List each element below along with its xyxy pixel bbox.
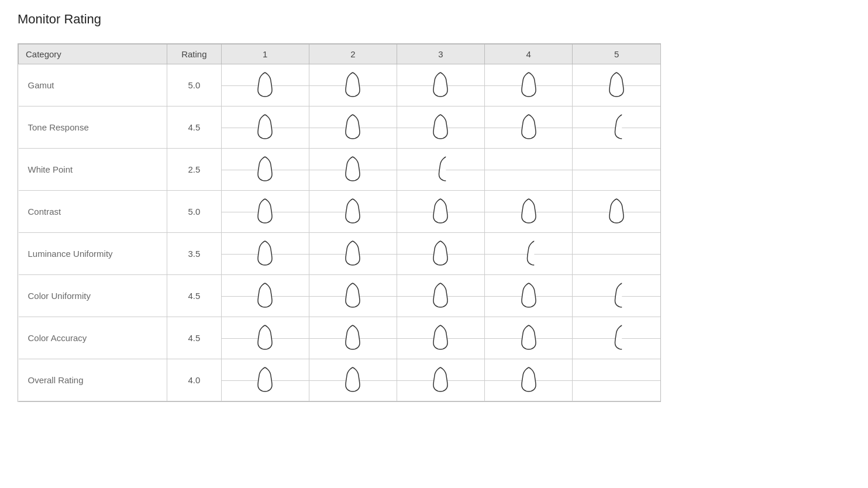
table-header-row: Category Rating 1 2 3 4 5 — [19, 44, 661, 64]
icon-cell-3 — [397, 275, 484, 317]
pear-icon-full — [605, 70, 628, 100]
category-cell: Contrast — [19, 191, 167, 233]
pear-icon-full — [518, 323, 540, 353]
pear-icon-full — [342, 112, 364, 142]
pear-icon-full — [429, 70, 452, 100]
pear-icon-full — [342, 365, 364, 395]
table-row: Contrast 5.0 — [19, 191, 661, 233]
header-category: Category — [19, 44, 167, 64]
pear-icon-full — [342, 239, 364, 269]
icon-cell-1 — [221, 275, 309, 317]
category-cell: Color Uniformity — [19, 275, 167, 317]
pear-icon-half — [610, 281, 623, 311]
header-rating: Rating — [167, 44, 221, 64]
pear-icon-full — [254, 239, 276, 269]
icon-cell-5 — [573, 233, 660, 275]
table-row: White Point 2.5 — [19, 149, 661, 191]
rating-cell: 5.0 — [167, 64, 221, 106]
table-row: Luminance Uniformity 3.5 — [19, 233, 661, 275]
pear-icon-half — [610, 112, 623, 142]
header-col-1: 1 — [221, 44, 309, 64]
pear-icon-full — [429, 197, 452, 226]
pear-icon-half — [434, 154, 447, 184]
pear-icon-full — [342, 70, 364, 100]
pear-icon-full — [429, 239, 452, 269]
icon-cell-5 — [573, 64, 660, 106]
pear-icon-full — [605, 197, 628, 226]
icon-cell-1 — [221, 149, 309, 191]
pear-icon-full — [518, 112, 540, 142]
icon-cell-3 — [397, 317, 484, 359]
pear-icon-full — [342, 154, 364, 184]
pear-icon-half — [522, 239, 535, 269]
icon-cell-1 — [221, 359, 309, 401]
icon-cell-4 — [485, 106, 573, 149]
icon-cell-2 — [309, 106, 397, 149]
pear-icon-full — [429, 365, 452, 395]
pear-icon-full — [429, 112, 452, 142]
pear-icon-full — [254, 70, 276, 100]
icon-cell-3 — [397, 191, 484, 233]
icon-cell-3 — [397, 359, 484, 401]
pear-icon-full — [342, 281, 364, 311]
icon-cell-4 — [485, 64, 573, 106]
pear-icon-full — [254, 365, 276, 395]
icon-cell-1 — [221, 233, 309, 275]
icon-cell-1 — [221, 64, 309, 106]
pear-icon-full — [254, 154, 276, 184]
header-col-2: 2 — [309, 44, 397, 64]
table-row: Color Uniformity 4.5 — [19, 275, 661, 317]
category-cell: Tone Response — [19, 106, 167, 149]
pear-icon-full — [254, 323, 276, 353]
icon-cell-2 — [309, 64, 397, 106]
pear-icon-full — [518, 365, 540, 395]
category-cell: Overall Rating — [19, 359, 167, 401]
icon-cell-3 — [397, 233, 484, 275]
pear-icon-full — [254, 112, 276, 142]
icon-cell-2 — [309, 191, 397, 233]
pear-icon-full — [342, 197, 364, 226]
icon-cell-1 — [221, 317, 309, 359]
rating-cell: 3.5 — [167, 233, 221, 275]
icon-cell-4 — [485, 191, 573, 233]
table-row: Tone Response 4.5 — [19, 106, 661, 149]
icon-cell-5 — [573, 317, 660, 359]
pear-icon-full — [254, 281, 276, 311]
icon-cell-2 — [309, 149, 397, 191]
icon-cell-5 — [573, 106, 660, 149]
pear-icon-full — [429, 323, 452, 353]
icon-cell-2 — [309, 233, 397, 275]
icon-cell-3 — [397, 64, 484, 106]
icon-cell-1 — [221, 191, 309, 233]
icon-cell-4 — [485, 317, 573, 359]
header-col-4: 4 — [485, 44, 573, 64]
table-row: Gamut 5.0 — [19, 64, 661, 106]
rating-cell: 4.5 — [167, 106, 221, 149]
pear-icon-half — [610, 323, 623, 353]
category-cell: Color Accuracy — [19, 317, 167, 359]
icon-cell-4 — [485, 149, 573, 191]
icon-cell-3 — [397, 149, 484, 191]
icon-cell-4 — [485, 275, 573, 317]
pear-icon-full — [254, 197, 276, 226]
icon-cell-1 — [221, 106, 309, 149]
rating-cell: 4.5 — [167, 317, 221, 359]
rating-cell: 4.5 — [167, 275, 221, 317]
icon-cell-5 — [573, 191, 660, 233]
icon-cell-2 — [309, 317, 397, 359]
icon-cell-4 — [485, 359, 573, 401]
table-row: Overall Rating 4.0 — [19, 359, 661, 401]
rating-cell: 2.5 — [167, 149, 221, 191]
category-cell: Gamut — [19, 64, 167, 106]
category-cell: Luminance Uniformity — [19, 233, 167, 275]
monitor-rating-table: Category Rating 1 2 3 4 5 Gamut 5.0 — [18, 43, 661, 402]
icon-cell-5 — [573, 359, 660, 401]
pear-icon-full — [518, 70, 540, 100]
icon-cell-2 — [309, 359, 397, 401]
pear-icon-full — [429, 281, 452, 311]
category-cell: White Point — [19, 149, 167, 191]
icon-cell-4 — [485, 233, 573, 275]
pear-icon-full — [518, 281, 540, 311]
icon-cell-2 — [309, 275, 397, 317]
header-col-5: 5 — [573, 44, 660, 64]
